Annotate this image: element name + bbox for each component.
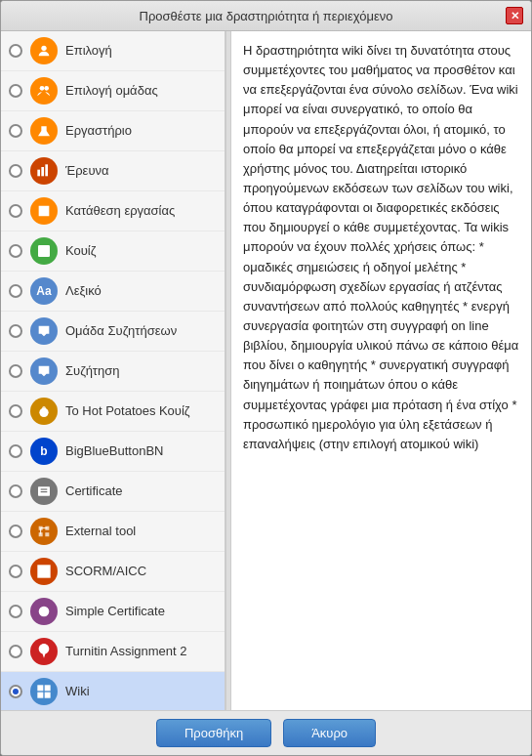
icon-certificate <box>30 478 58 505</box>
radio-external-tool <box>9 525 22 538</box>
list-item-epilogi[interactable]: Επιλογή <box>1 31 225 71</box>
svg-rect-5 <box>45 164 48 176</box>
svg-point-7 <box>39 408 48 417</box>
label-bigbluebutton: BigBlueButtonBN <box>65 443 163 460</box>
label-kouiz: Κουίζ <box>65 243 96 260</box>
icon-epilogi-omadas <box>30 77 58 105</box>
svg-rect-11 <box>37 565 44 571</box>
svg-rect-17 <box>45 685 51 691</box>
cancel-button[interactable]: Άκυρο <box>283 719 376 747</box>
radio-ergastirio <box>9 124 22 138</box>
icon-hotpotatoes <box>30 398 58 425</box>
main-dialog: Προσθέστε μια δραστηριότητα ή περιεχόμεν… <box>0 0 532 756</box>
radio-hotpotatoes <box>9 404 22 418</box>
title-bar: Προσθέστε μια δραστηριότητα ή περιεχόμεν… <box>1 1 531 31</box>
icon-simple-certificate <box>30 598 58 625</box>
label-katathesi: Κατάθεση εργασίας <box>65 203 175 220</box>
radio-wiki <box>9 685 22 698</box>
icon-syzitisi <box>30 357 58 385</box>
icon-external-tool <box>30 518 58 545</box>
svg-rect-12 <box>44 565 51 571</box>
svg-rect-8 <box>38 486 50 495</box>
icon-ergastirio <box>30 117 58 145</box>
svg-rect-4 <box>41 167 44 176</box>
dialog-title: Προσθέστε μια δραστηριότητα ή περιεχόμεν… <box>26 9 506 23</box>
svg-point-0 <box>41 46 46 51</box>
icon-kouiz <box>30 237 58 265</box>
list-item-turnitin[interactable]: Turnitin Assignment 2 <box>1 632 225 672</box>
icon-lexiko: Aa <box>30 277 58 305</box>
close-button[interactable]: ✕ <box>506 7 523 24</box>
icon-turnitin <box>30 638 58 665</box>
svg-rect-18 <box>37 693 43 698</box>
radio-omada <box>9 324 22 338</box>
list-item-lexiko[interactable]: AaΛεξικό <box>1 272 225 312</box>
list-item-wiki[interactable]: Wiki <box>1 672 225 710</box>
activity-list: ΕπιλογήΕπιλογή ομάδαςΕργαστήριοΈρευναΚατ… <box>1 31 225 710</box>
icon-katathesi <box>30 197 58 225</box>
radio-katathesi <box>9 204 22 218</box>
radio-epilogi <box>9 44 22 58</box>
list-item-epilogi-omadas[interactable]: Επιλογή ομάδας <box>1 71 225 111</box>
list-item-kouiz[interactable]: Κουίζ <box>1 231 225 272</box>
svg-rect-14 <box>44 571 51 578</box>
label-erevna: Έρευνα <box>65 163 109 180</box>
label-epilogi: Επιλογή <box>65 43 112 60</box>
label-syzitisi: Συζήτηση <box>65 363 120 380</box>
label-ergastirio: Εργαστήριο <box>65 123 132 140</box>
description-panel: Η δραστηριότητα wiki δίνει τη δυνατότητα… <box>231 31 531 710</box>
list-item-erevna[interactable]: Έρευνα <box>1 151 225 191</box>
label-turnitin: Turnitin Assignment 2 <box>65 644 187 660</box>
list-item-katathesi[interactable]: Κατάθεση εργασίας <box>1 191 225 231</box>
label-hotpotatoes: To Hot Potatoes Κουίζ <box>65 403 190 420</box>
list-item-scorm[interactable]: SCORM/AICC <box>1 552 225 592</box>
list-item-external-tool[interactable]: External tool <box>1 512 225 552</box>
icon-bigbluebutton: b <box>30 438 58 465</box>
label-lexiko: Λεξικό <box>65 283 102 300</box>
list-item-simple-certificate[interactable]: Simple Certificate <box>1 592 225 632</box>
label-certificate: Certificate <box>65 483 123 500</box>
svg-rect-19 <box>45 693 51 698</box>
icon-omada <box>30 317 58 345</box>
label-omada: Ομάδα Συζητήσεων <box>65 323 177 340</box>
radio-erevna <box>9 164 22 178</box>
svg-rect-13 <box>37 571 44 578</box>
list-item-omada[interactable]: Ομάδα Συζητήσεων <box>1 312 225 352</box>
icon-scorm <box>30 558 58 585</box>
label-epilogi-omadas: Επιλογή ομάδας <box>65 83 158 100</box>
list-item-syzitisi[interactable]: Συζήτηση <box>1 352 225 392</box>
radio-certificate <box>9 484 22 498</box>
add-button[interactable]: Προσθήκη <box>156 719 271 747</box>
label-scorm: SCORM/AICC <box>65 564 146 580</box>
svg-point-1 <box>40 86 45 91</box>
icon-wiki <box>30 678 58 705</box>
icon-epilogi <box>30 37 58 64</box>
list-item-hotpotatoes[interactable]: To Hot Potatoes Κουίζ <box>1 392 225 432</box>
radio-lexiko <box>9 284 22 298</box>
svg-rect-16 <box>37 685 43 691</box>
icon-erevna <box>30 157 58 185</box>
list-item-certificate[interactable]: Certificate <box>1 472 225 512</box>
content-area: ΕπιλογήΕπιλογή ομάδαςΕργαστήριοΈρευναΚατ… <box>1 31 531 710</box>
description-text: Η δραστηριότητα wiki δίνει τη δυνατότητα… <box>243 43 518 451</box>
radio-syzitisi <box>9 364 22 378</box>
label-wiki: Wiki <box>65 684 90 700</box>
radio-turnitin <box>9 645 22 658</box>
radio-simple-certificate <box>9 605 22 618</box>
radio-scorm <box>9 565 22 578</box>
radio-bigbluebutton <box>9 444 22 458</box>
radio-epilogi-omadas <box>9 84 22 98</box>
label-simple-certificate: Simple Certificate <box>65 604 165 620</box>
footer: Προσθήκη Άκυρο <box>1 710 531 755</box>
list-item-ergastirio[interactable]: Εργαστήριο <box>1 111 225 151</box>
radio-kouiz <box>9 244 22 258</box>
svg-rect-3 <box>37 170 40 177</box>
label-external-tool: External tool <box>65 524 136 540</box>
list-item-bigbluebutton[interactable]: bBigBlueButtonBN <box>1 432 225 472</box>
svg-point-2 <box>44 86 49 91</box>
